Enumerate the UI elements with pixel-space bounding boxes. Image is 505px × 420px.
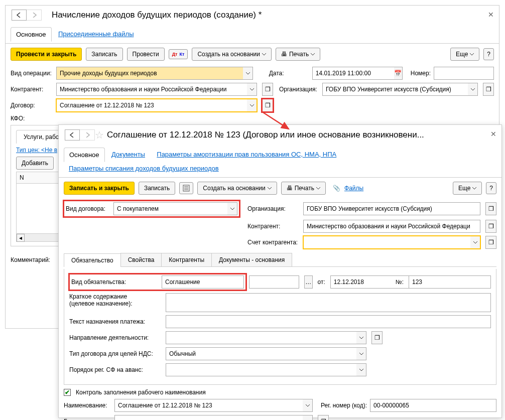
favorite-icon[interactable]: ☆ [95,129,104,141]
label: Договор: [11,102,53,109]
advance-order-field[interactable] [166,363,356,376]
print-button[interactable]: 🖶 Печать [276,48,320,61]
label: КФО: [11,115,53,122]
group-field[interactable] [114,415,303,420]
dropdown-button[interactable] [303,415,313,420]
tab-documents[interactable]: Документы [106,148,150,161]
nav-forward-button[interactable] [80,129,95,141]
label: Порядок рег. СФ на аванс: [69,366,163,373]
contract-field[interactable] [56,99,247,112]
reg-number-field[interactable] [370,399,496,412]
payment-purpose-field[interactable] [166,315,491,328]
open-button[interactable]: ❐ [371,331,383,344]
contract-window: ☆ Соглашение от 12.12.2018 № 123 (Догово… [58,124,502,418]
obligation-code-field[interactable] [249,275,299,289]
name-control-checkbox[interactable]: ✔ [64,389,71,396]
open-button[interactable]: ❐ [485,220,496,233]
subtab-basis-docs[interactable]: Документы - основания [211,253,292,266]
name-field[interactable] [114,399,303,412]
label: Номер: [411,70,431,77]
create-based-on-button[interactable]: Создать на основании [197,182,277,195]
number-field[interactable] [434,67,494,80]
more-button[interactable]: Еще [450,48,479,61]
print-button[interactable]: 🖶 Печать [281,182,326,195]
dt-kt-button[interactable]: ДтКт [169,49,188,59]
post-button[interactable]: Провести [127,48,165,61]
vat-type-field[interactable] [166,347,356,360]
tab-writeoff[interactable]: Параметры списания доходов будущих перио… [64,162,224,175]
label: Контрагент: [11,86,53,93]
tab-main[interactable]: Основное [64,148,105,162]
label: Рег. номер (код): [321,402,367,409]
nav-back-button[interactable] [12,10,27,21]
label: от: [318,278,325,286]
open-contract-button[interactable]: ❐ [262,99,273,112]
dropdown-button[interactable] [468,83,478,96]
files-link[interactable]: Файлы [344,185,363,192]
dropdown-button[interactable] [247,99,257,112]
contract-number-field[interactable] [409,275,491,289]
nav-forward-button[interactable] [27,10,42,21]
counterparty-account-field[interactable] [303,236,470,249]
activity-direction-field[interactable] [166,331,356,344]
organization-field[interactable] [322,83,468,96]
help-button[interactable]: ? [486,182,496,194]
close-icon[interactable]: ✕ [488,11,494,19]
close-icon[interactable]: ✕ [490,130,496,138]
subtab-counterparties[interactable]: Контрагенты [161,253,212,266]
label: Направление деятельности: [69,334,163,341]
price-type-link[interactable]: Тип цен: <Не в [16,147,57,154]
nav-back-button[interactable] [65,129,80,141]
open-button[interactable]: ❐ [262,83,273,96]
label: Контрагент: [247,223,300,230]
dropdown-button[interactable] [303,399,313,412]
dropdown-button[interactable] [356,363,366,376]
label: Вид обязательства: [71,278,162,286]
help-button[interactable]: ? [483,48,494,60]
label: Комментарий: [11,256,53,263]
label: (целевое назначение): [69,300,133,307]
counterparty-field[interactable] [56,83,247,96]
contract-type-field[interactable] [113,202,227,215]
add-button[interactable]: Добавить [16,157,54,170]
tab-amortization[interactable]: Параметры амортизации прав пользования О… [152,148,341,161]
label: Наименование: [64,402,111,409]
post-and-close-button[interactable]: Провести и закрыть [11,48,82,61]
dropdown-button[interactable] [470,236,480,249]
obligation-type-field[interactable] [162,275,244,289]
column-n: N [20,174,24,181]
dropdown-button[interactable] [247,83,257,96]
date-field[interactable] [312,67,394,80]
label: №: [396,278,404,286]
operation-type-field[interactable] [56,67,243,80]
create-based-on-button[interactable]: Создать на основании [192,48,272,61]
window-title: Начисление доходов будущих периодов (соз… [52,10,262,20]
list-button[interactable] [179,182,193,194]
tab-main[interactable]: Основное [11,27,52,42]
dropdown-button[interactable] [356,331,366,344]
tab-attached-files[interactable]: Присоединенные файлы [53,27,139,41]
organization-field[interactable] [303,202,480,215]
save-and-close-button[interactable]: Записать и закрыть [64,182,135,195]
open-button[interactable]: ❐ [485,236,496,249]
open-button[interactable]: ❐ [318,415,329,420]
label: Организация: [279,86,319,93]
save-button[interactable]: Записать [139,182,175,195]
calendar-icon[interactable]: 📅 [394,67,403,80]
open-button[interactable]: ❐ [483,83,494,96]
subtab-properties[interactable]: Свойства [120,253,162,266]
save-button[interactable]: Записать [86,48,122,61]
subtab-obligation[interactable]: Обязательство [64,253,121,267]
summary-field[interactable] [166,293,491,312]
picker-button[interactable]: … [304,275,313,289]
dropdown-button[interactable] [243,67,253,80]
label: Тип договора для целей НДС: [69,350,163,357]
open-button[interactable]: ❐ [485,202,496,215]
printer-icon: 🖶 [281,51,287,58]
window-title: Соглашение от 12.12.2018 № 123 (Договор … [107,130,424,140]
more-button[interactable]: Еще [453,182,482,195]
label: Контроль заполнения рабочего наименовани… [76,389,206,396]
counterparty-field[interactable] [303,220,480,233]
dropdown-button[interactable] [356,347,366,360]
dropdown-button[interactable] [227,202,237,215]
